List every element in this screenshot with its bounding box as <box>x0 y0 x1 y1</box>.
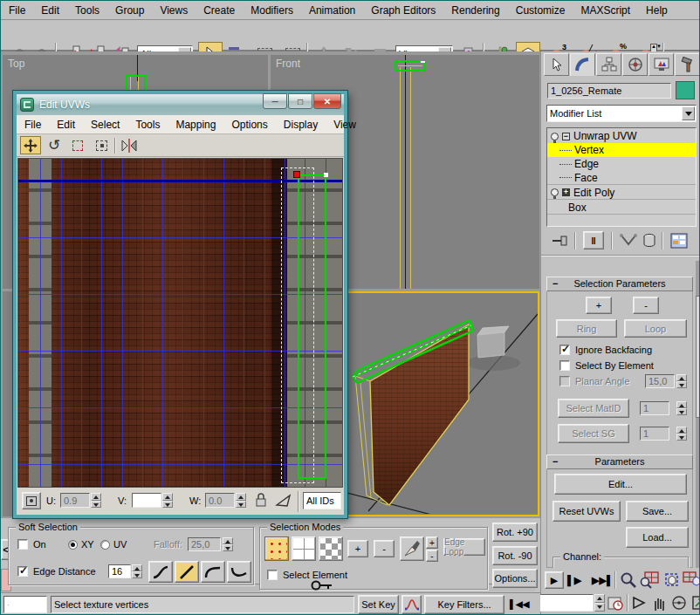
loop-button[interactable]: Loop <box>624 319 687 338</box>
edge-distance-spinner[interactable] <box>132 564 142 578</box>
load-uvws-button[interactable]: Load... <box>626 527 689 548</box>
stack-item-unwrap-uvw[interactable]: − Unwrap UVW <box>547 129 696 143</box>
uvw-menu-mapping[interactable]: Mapping <box>168 116 223 133</box>
modifier-list-dropdown[interactable]: Modifier List <box>546 105 697 122</box>
ring-button[interactable]: Ring <box>556 319 617 338</box>
menu-maxscript[interactable]: MAXScript <box>573 2 638 19</box>
sg-field[interactable]: 1 <box>640 427 669 441</box>
edit-uvws-button[interactable]: Edit... <box>554 474 687 495</box>
falloff-field[interactable]: 25,0 <box>188 537 221 551</box>
panel-scrollbar-track[interactable] <box>696 261 700 568</box>
pan-hand-icon[interactable] <box>651 595 667 611</box>
v-field[interactable] <box>132 493 161 508</box>
u-field[interactable]: 0.9 <box>60 493 90 508</box>
contract-selection-button[interactable]: - <box>374 540 395 557</box>
expand-icon[interactable]: + <box>562 188 570 196</box>
uv-canvas[interactable] <box>17 158 343 488</box>
rotate-minus-90-button[interactable]: Rot. -90 <box>492 546 538 565</box>
uv-selected-vertex[interactable] <box>293 171 300 178</box>
tab-create[interactable] <box>544 53 569 76</box>
edge-distance-checkbox[interactable] <box>17 566 28 577</box>
maximize-button[interactable]: □ <box>288 93 312 109</box>
viewport-top-label[interactable]: Top <box>8 58 24 70</box>
tab-utilities[interactable] <box>675 53 700 76</box>
panel-scrollbar-thumb[interactable] <box>696 296 700 418</box>
minimize-button[interactable]: ─ <box>263 93 287 109</box>
menu-rendering[interactable]: Rendering <box>443 2 507 19</box>
edit-uvws-dialog[interactable]: Edit UVWs ─ □ ✕ File Edit Select Tools M… <box>13 91 347 518</box>
falloff-smooth-button[interactable] <box>148 561 173 583</box>
planar-angle-spinner[interactable] <box>676 374 687 388</box>
play-button[interactable]: ▶ <box>545 571 564 589</box>
close-button[interactable]: ✕ <box>313 93 341 109</box>
viewport-front-label[interactable]: Front <box>276 58 300 70</box>
menu-graph-editors[interactable]: Graph Editors <box>363 2 443 19</box>
modifier-enable-bulb-icon[interactable] <box>551 133 559 140</box>
v-spinner[interactable] <box>162 493 173 508</box>
paint-select-button[interactable] <box>400 536 424 561</box>
frame-spinner[interactable] <box>594 594 605 612</box>
uvw-menu-file[interactable]: File <box>17 116 49 133</box>
stack-subitem-edge[interactable]: Edge <box>547 157 696 171</box>
edge-distance-field[interactable]: 16 <box>108 564 131 578</box>
paint-size-up-button[interactable]: + <box>426 536 438 549</box>
stack-item-edit-poly[interactable]: + Edit Poly <box>547 186 696 200</box>
tab-modify[interactable] <box>570 53 595 76</box>
uvw-menu-edit[interactable]: Edit <box>49 116 83 133</box>
next-frame-icon[interactable]: ▌▶ <box>567 575 581 586</box>
select-sg-button[interactable]: Select SG <box>558 424 629 443</box>
grow-selection-button[interactable]: + <box>586 297 612 314</box>
uvw-menu-select[interactable]: Select <box>83 116 127 133</box>
go-to-end-icon[interactable]: ▶▶▌ <box>592 575 614 586</box>
vertex-mode-button[interactable] <box>264 536 289 561</box>
tab-motion[interactable] <box>622 53 648 76</box>
stack-subitem-vertex[interactable]: Vertex <box>547 143 696 157</box>
zoom-extents-icon[interactable] <box>663 571 681 589</box>
uvw-menu-display[interactable]: Display <box>276 116 326 133</box>
select-by-element-checkbox[interactable] <box>559 360 570 371</box>
go-to-start-icon[interactable]: ▌◀◀ <box>510 599 529 609</box>
menu-animation[interactable]: Animation <box>301 2 363 19</box>
maxscript-mini-listener[interactable]: · <box>3 596 47 613</box>
selection-parameters-header[interactable]: − Selection Parameters <box>546 277 693 291</box>
matid-field[interactable]: 1 <box>640 401 669 415</box>
modifier-enable-bulb-icon[interactable] <box>551 188 559 196</box>
falloff-spinner[interactable] <box>223 537 233 551</box>
u-spinner[interactable] <box>91 493 101 508</box>
menu-create[interactable]: Create <box>196 2 243 19</box>
menu-help[interactable]: Help <box>638 2 676 19</box>
tab-hierarchy[interactable] <box>596 53 621 76</box>
options-button[interactable]: Options... <box>492 569 538 588</box>
set-key-button[interactable]: Set Key <box>358 595 399 614</box>
collapse-icon[interactable]: − <box>562 133 570 140</box>
zoom-icon[interactable] <box>620 571 637 589</box>
w-field[interactable]: 0.0 <box>205 493 235 508</box>
parameters-header[interactable]: − Parameters <box>546 454 693 469</box>
absolute-mode-button[interactable] <box>22 492 41 509</box>
falloff-linear-button[interactable] <box>175 561 199 583</box>
lock-selected-vertices-icon[interactable] <box>254 492 268 508</box>
falloff-slow-button[interactable] <box>201 561 225 583</box>
remove-modifier-icon[interactable] <box>642 233 656 248</box>
uvw-menu-view[interactable]: View <box>326 116 364 133</box>
face-mode-button[interactable] <box>319 536 343 561</box>
menu-group[interactable]: Group <box>107 2 152 19</box>
uvw-scale-button[interactable] <box>67 136 88 154</box>
menu-edit[interactable]: Edit <box>33 2 67 19</box>
zoom-region-icon[interactable] <box>640 571 659 589</box>
uvw-menu-options[interactable]: Options <box>223 116 275 133</box>
soft-selection-on-checkbox[interactable] <box>17 539 28 550</box>
edge-mode-button[interactable] <box>292 536 316 561</box>
menu-customize[interactable]: Customize <box>508 2 573 19</box>
menu-file[interactable]: File <box>1 2 33 19</box>
reset-uvws-button[interactable]: Reset UVWs <box>552 501 621 522</box>
material-id-filter-dropdown[interactable]: All IDs <box>303 492 341 509</box>
falloff-fast-button[interactable] <box>227 561 251 583</box>
select-matid-button[interactable]: Select MatID <box>558 399 629 418</box>
planar-angle-field[interactable]: 15,0 <box>645 374 675 388</box>
object-name-field[interactable]: 1_0256_Remate <box>547 83 671 99</box>
select-element-checkbox[interactable] <box>267 570 278 580</box>
key-filters-button[interactable]: Key Filters... <box>424 595 504 614</box>
w-spinner[interactable] <box>236 493 246 508</box>
uv-radio[interactable] <box>100 540 110 550</box>
